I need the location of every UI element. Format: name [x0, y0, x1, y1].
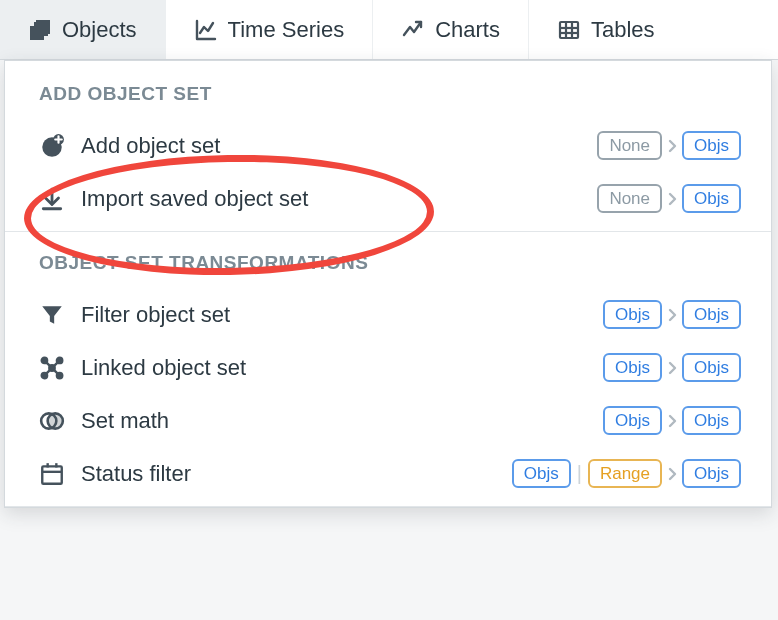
menu-left: Filter object set: [39, 302, 230, 328]
badge-objs: Objs: [603, 300, 662, 329]
trend-up-icon: [401, 18, 425, 42]
svg-line-20: [54, 369, 58, 373]
calendar-icon: [39, 461, 65, 487]
svg-rect-5: [560, 22, 578, 38]
badges: None Objs: [597, 184, 741, 213]
section-add-object-set: ADD OBJECT SET Add object set None Objs: [5, 83, 771, 232]
tab-time-series[interactable]: Time Series: [166, 0, 374, 59]
badges: Objs Objs: [603, 353, 741, 382]
badge-objs: Objs: [682, 406, 741, 435]
badge-objs: Objs: [682, 184, 741, 213]
badges: None Objs: [597, 131, 741, 160]
tabs-bar: Objects Time Series Charts Tables: [0, 0, 778, 60]
menu-label: Add object set: [81, 133, 220, 159]
chevron-right-icon: [666, 191, 678, 207]
tab-label: Tables: [591, 17, 655, 43]
menu-set-math[interactable]: Set math Objs Objs: [5, 394, 771, 447]
menu-left: Add object set: [39, 133, 220, 159]
menu-left: Import saved object set: [39, 186, 308, 212]
table-icon: [557, 18, 581, 42]
svg-rect-23: [42, 466, 62, 483]
section-header: ADD OBJECT SET: [5, 83, 771, 119]
tab-charts[interactable]: Charts: [373, 0, 529, 59]
separator: |: [575, 462, 584, 485]
chevron-right-icon: [666, 466, 678, 482]
svg-line-18: [54, 362, 58, 366]
svg-line-19: [46, 369, 50, 373]
filter-icon: [39, 302, 65, 328]
chevron-right-icon: [666, 360, 678, 376]
badge-range: Range: [588, 459, 662, 488]
badges: Objs Objs: [603, 406, 741, 435]
venn-icon: [39, 408, 65, 434]
stack-icon: [28, 18, 52, 42]
tab-tables[interactable]: Tables: [529, 0, 683, 59]
line-chart-icon: [194, 18, 218, 42]
svg-line-17: [46, 362, 50, 366]
tab-objects[interactable]: Objects: [0, 0, 166, 59]
chevron-right-icon: [666, 138, 678, 154]
badge-objs: Objs: [682, 300, 741, 329]
menu-left: Set math: [39, 408, 169, 434]
section-object-set-transformations: OBJECT SET TRANSFORMATIONS Filter object…: [5, 252, 771, 507]
add-globe-icon: [39, 133, 65, 159]
menu-linked-object-set[interactable]: Linked object set Objs Objs: [5, 341, 771, 394]
download-icon: [39, 186, 65, 212]
badge-objs: Objs: [603, 353, 662, 382]
svg-point-22: [48, 413, 63, 428]
menu-import-saved-object-set[interactable]: Import saved object set None Objs: [5, 172, 771, 225]
badge-objs: Objs: [603, 406, 662, 435]
badge-objs: Objs: [682, 459, 741, 488]
menu-label: Set math: [81, 408, 169, 434]
badge-objs: Objs: [512, 459, 571, 488]
menu-label: Linked object set: [81, 355, 246, 381]
badge-objs: Objs: [682, 353, 741, 382]
chevron-right-icon: [666, 413, 678, 429]
badge-none: None: [597, 131, 662, 160]
chevron-right-icon: [666, 307, 678, 323]
menu-label: Import saved object set: [81, 186, 308, 212]
menu-left: Linked object set: [39, 355, 246, 381]
tab-label: Objects: [62, 17, 137, 43]
graph-icon: [39, 355, 65, 381]
objects-dropdown: ADD OBJECT SET Add object set None Objs: [4, 60, 772, 508]
menu-left: Status filter: [39, 461, 191, 487]
tab-label: Charts: [435, 17, 500, 43]
menu-label: Filter object set: [81, 302, 230, 328]
menu-label: Status filter: [81, 461, 191, 487]
badge-none: None: [597, 184, 662, 213]
badges: Objs | Range Objs: [512, 459, 741, 488]
badge-objs: Objs: [682, 131, 741, 160]
section-header: OBJECT SET TRANSFORMATIONS: [5, 252, 771, 288]
menu-add-object-set[interactable]: Add object set None Objs: [5, 119, 771, 172]
menu-status-filter[interactable]: Status filter Objs | Range Objs: [5, 447, 771, 500]
menu-filter-object-set[interactable]: Filter object set Objs Objs: [5, 288, 771, 341]
badges: Objs Objs: [603, 300, 741, 329]
tab-label: Time Series: [228, 17, 345, 43]
